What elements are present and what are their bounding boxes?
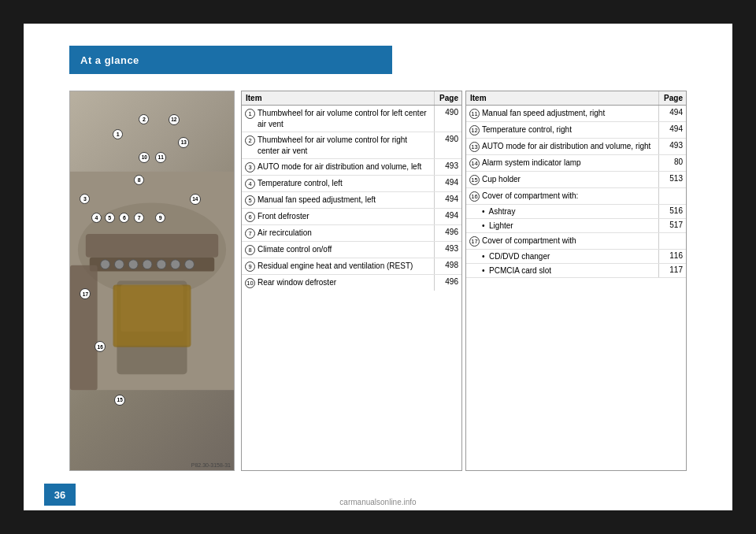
svg-rect-2 <box>86 234 218 258</box>
table-cell-item: 17 Cover of compartment with <box>466 233 659 249</box>
item-text: Temperature control, right <box>482 124 655 135</box>
right-col-item-header: Item <box>466 91 659 105</box>
table-cell-item: 7 Air recirculation <box>242 225 435 241</box>
item-number: 13 <box>469 142 480 152</box>
table-row: 15 Cup holder 513 <box>466 172 686 188</box>
car-image: 1 2 3 4 5 6 7 8 9 10 11 12 13 14 15 16 1… <box>70 91 234 470</box>
table-cell-item: 1 Thumbwheel for air volume control for … <box>242 106 435 132</box>
table-row: 12 Temperature control, right 494 <box>466 122 686 139</box>
table-row: 9 Residual engine heat and ventilation (… <box>242 258 461 275</box>
image-num-11: 11 <box>155 152 166 163</box>
item-text: Cup holder <box>482 174 655 185</box>
table-row: 17 Cover of compartment with <box>466 233 686 250</box>
section-title: At a glance <box>80 54 139 66</box>
item-number: 5 <box>245 195 255 206</box>
table-cell-page: 513 <box>659 172 686 185</box>
bullet-cell-page: 116 <box>659 250 686 263</box>
table-bullet-row: • PCMCIA card slot 117 <box>466 264 686 278</box>
bullet-cell-page: 517 <box>659 219 686 232</box>
image-num-15: 15 <box>114 395 125 406</box>
image-num-4: 4 <box>91 213 102 223</box>
table-bullet-row: • CD/DVD changer 116 <box>466 250 686 264</box>
car-image-panel: 1 2 3 4 5 6 7 8 9 10 11 12 13 14 15 16 1… <box>69 91 235 471</box>
svg-point-9 <box>171 260 180 269</box>
item-number: 7 <box>245 228 255 239</box>
right-table-header: Item Page <box>466 91 686 106</box>
table-cell-item: 9 Residual engine heat and ventilation (… <box>242 258 435 274</box>
svg-point-5 <box>114 260 124 269</box>
item-text: Alarm system indicator lamp <box>482 158 655 169</box>
item-text: Residual engine heat and ventilation (RE… <box>258 261 431 272</box>
left-table-header: Item Page <box>242 91 461 106</box>
table-cell-page: 493 <box>435 159 461 172</box>
table-row: 16 Cover of compartment with: <box>466 188 686 205</box>
watermark: carmanualsonline.info <box>0 498 756 506</box>
table-cell-item: 10 Rear window defroster <box>242 275 435 291</box>
table-cell-page: 493 <box>659 139 686 152</box>
left-col-item-header: Item <box>242 91 435 105</box>
tables-area: Item Page 1 Thumbwheel for air volume co… <box>241 91 687 471</box>
item-number: 17 <box>469 236 480 247</box>
item-number: 16 <box>469 191 480 202</box>
table-row: 5 Manual fan speed adjustment, left 494 <box>242 192 461 209</box>
svg-point-6 <box>128 260 138 269</box>
table-cell-item: 13 AUTO mode for air distribution and vo… <box>466 139 659 154</box>
table-row: 8 Climate control on/off 493 <box>242 242 461 258</box>
image-num-9: 9 <box>155 213 165 223</box>
bullet-cell-page: 516 <box>659 205 686 218</box>
item-number: 8 <box>245 245 255 255</box>
table-cell-page: 498 <box>435 258 461 272</box>
image-num-12: 12 <box>169 114 180 125</box>
item-number: 3 <box>245 162 255 172</box>
table-row: 13 AUTO mode for air distribution and vo… <box>466 139 686 155</box>
table-cell-page <box>659 233 686 238</box>
table-cell-item: 14 Alarm system indicator lamp <box>466 155 659 171</box>
item-text: Manual fan speed adjustment, left <box>258 195 431 206</box>
bullet-cell-text: • CD/DVD changer <box>466 250 659 263</box>
svg-point-8 <box>157 260 166 269</box>
svg-rect-14 <box>114 286 189 345</box>
table-row: 1 Thumbwheel for air volume control for … <box>242 106 461 132</box>
bullet-cell-text: • PCMCIA card slot <box>466 264 659 277</box>
image-num-13: 13 <box>178 137 189 148</box>
table-row: 11 Manual fan speed adjustment, right 49… <box>466 106 686 122</box>
right-col-page-header: Page <box>659 91 686 105</box>
item-number: 11 <box>469 109 480 119</box>
item-text: Climate control on/off <box>258 244 431 255</box>
table-cell-item: 11 Manual fan speed adjustment, right <box>466 106 659 121</box>
bullet-cell-page: 117 <box>659 264 686 277</box>
table-cell-item: 3 AUTO mode for air distribution and vol… <box>242 159 435 175</box>
table-cell-page: 490 <box>435 132 461 146</box>
item-text: Thumbwheel for air volume control for ri… <box>258 135 431 156</box>
item-text: Temperature control, left <box>258 178 431 189</box>
item-text: Manual fan speed adjustment, right <box>482 108 655 119</box>
item-text: AUTO mode for air distribution and volum… <box>258 161 431 172</box>
svg-rect-15 <box>70 265 98 390</box>
table-cell-item: 8 Climate control on/off <box>242 242 435 258</box>
table-cell-page: 490 <box>435 106 461 119</box>
table-row: 7 Air recirculation 496 <box>242 225 461 242</box>
item-text: AUTO mode for air distribution and volum… <box>482 141 655 152</box>
table-cell-page: 494 <box>659 106 686 119</box>
item-number: 1 <box>245 109 255 119</box>
bullet-cell-text: • Ashtray <box>466 205 659 218</box>
section-header: At a glance <box>69 46 392 74</box>
table-cell-item: 2 Thumbwheel for air volume control for … <box>242 132 435 158</box>
svg-point-4 <box>101 260 110 269</box>
table-row: 6 Front defroster 494 <box>242 209 461 225</box>
item-number: 14 <box>469 158 480 169</box>
item-number: 15 <box>469 175 480 185</box>
table-row: 10 Rear window defroster 496 <box>242 275 461 291</box>
item-number: 10 <box>245 278 255 288</box>
left-table: Item Page 1 Thumbwheel for air volume co… <box>241 91 462 471</box>
table-cell-page: 494 <box>435 192 461 206</box>
table-cell-page: 494 <box>435 176 461 189</box>
table-row: 3 AUTO mode for air distribution and vol… <box>242 159 461 176</box>
right-table: Item Page 11 Manual fan speed adjustment… <box>465 91 687 471</box>
svg-point-7 <box>143 260 152 269</box>
item-number: 6 <box>245 212 255 222</box>
table-cell-page: 494 <box>435 209 461 222</box>
item-text: Rear window defroster <box>258 277 431 288</box>
content-area: 1 2 3 4 5 6 7 8 9 10 11 12 13 14 15 16 1… <box>69 91 687 471</box>
table-cell-item: 5 Manual fan speed adjustment, left <box>242 192 435 208</box>
